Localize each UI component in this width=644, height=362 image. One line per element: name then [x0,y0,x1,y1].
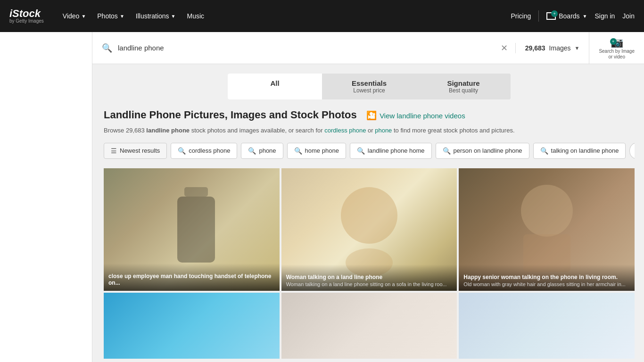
tab-signature[interactable]: Signature Best quality [416,74,511,99]
tab-signature-sub: Best quality [426,87,501,94]
search-by-image-icon-wrap: 📷 + [611,36,623,49]
filter-tag-phone[interactable]: 🔍 phone [241,143,283,159]
browse-or: or [366,127,375,134]
image-card-2[interactable]: Happy senior woman talking on the phone … [459,168,635,291]
nav-music-label: Music [187,12,205,20]
search-icon-tag3: 🔍 [357,147,365,155]
image-caption-1: Woman talking on a land line phone Woman… [281,264,457,291]
boards-button[interactable]: + Boards ▼ [546,12,587,20]
svg-rect-0 [177,197,215,263]
logo[interactable]: iStock by Getty Images [9,8,44,24]
page-title: Landline Phone Pictures, Images and Stoc… [104,109,357,121]
browse-text: Browse 29,683 landline phone stock photo… [104,126,635,135]
search-input-wrap: 🔍 ✕ [94,43,516,53]
filter-tag-newest-label: Newest results [120,147,160,154]
filter-tag-talking-label: talking on landline phone [551,147,619,154]
signin-link[interactable]: Sign in [595,12,615,20]
filter-tag-newest[interactable]: ☰ Newest results [104,143,167,159]
filter-tag-person-label: person on landline phone [454,147,522,154]
image-caption-main-2: Happy senior woman talking on the phone … [463,274,630,280]
nav-illustrations[interactable]: Illustrations ▼ [131,9,181,23]
image-count-type: Images [549,44,571,52]
filter-tag-phone-label: phone [259,147,276,154]
main-nav: Video ▼ Photos ▼ Illustrations ▼ Music [58,9,209,23]
image-count-wrap[interactable]: 29,683 Images ▼ [516,32,590,64]
bottom-row [104,293,635,359]
nav-photos-label: Photos [97,12,118,20]
header-left: iStock by Getty Images Video ▼ Photos ▼ … [9,8,209,24]
tabs-wrap: All Essentials Lowest price Signature Be… [104,74,635,99]
image-grid: close up employee man hand touching hand… [104,168,635,291]
video-link-label: View landline phone videos [380,112,465,120]
nav-video[interactable]: Video ▼ [58,9,91,23]
filter-tags-next-button[interactable]: › [629,143,635,159]
tab-essentials-label: Essentials [331,79,407,87]
logo-sub: by Getty Images [9,19,44,24]
tabs: All Essentials Lowest price Signature Be… [228,74,511,99]
filter-tags: ☰ Newest results 🔍 cordless phone 🔍 phon… [104,143,635,159]
nav-illustrations-label: Illustrations [136,12,169,20]
image-caption-2: Happy senior woman talking on the phone … [459,264,635,291]
filter-tag-person[interactable]: 🔍 person on landline phone [436,143,529,159]
filter-tag-home-phone-label: home phone [305,147,339,154]
page-title-wrap: Landline Phone Pictures, Images and Stoc… [104,109,635,121]
image-card-1[interactable]: Woman talking on a land line phone Woman… [281,168,457,291]
nav-music[interactable]: Music [182,9,209,23]
header-right: Pricing + Boards ▼ Sign in Join [511,10,635,22]
filter-tag-landline-home[interactable]: 🔍 landline phone home [350,143,432,159]
search-icon-tag5: 🔍 [540,147,548,155]
bottom-image-0[interactable] [104,293,280,359]
filter-tag-talking[interactable]: 🔍 talking on landline phone [533,143,626,159]
nav-video-label: Video [63,12,80,20]
filter-tag-home-phone[interactable]: 🔍 home phone [287,143,346,159]
images-dropdown-chevron: ▼ [575,45,580,51]
sidebar-panel [0,32,92,362]
search-bar: ☰ Refine 🔍 ✕ 29,683 Images ▼ 📷 + Search … [0,32,644,64]
svg-point-2 [341,187,397,244]
svg-rect-1 [184,187,208,197]
search-icon-tag2: 🔍 [294,147,302,155]
tab-all-label: All [237,79,313,87]
search-input[interactable] [118,44,501,52]
nav-photos[interactable]: Photos ▼ [92,9,129,23]
svg-point-4 [521,185,573,237]
boards-icon: + [546,12,556,20]
header-divider [538,10,539,22]
bottom-image-2[interactable] [459,293,635,359]
browse-text-middle: stock photos and images available, or se… [190,127,324,134]
tab-essentials-sub: Lowest price [331,87,407,94]
image-caption-0: close up employee man hand touching hand… [104,263,280,291]
tab-all[interactable]: All [228,74,322,99]
video-link[interactable]: 🎦 View landline phone videos [366,110,465,121]
search-icon: 🔍 [102,43,112,53]
logo-istock: iStock [9,8,44,19]
tab-signature-label: Signature [426,79,501,87]
boards-label: Boards [559,12,579,20]
search-icon-tag0: 🔍 [178,147,186,155]
bottom-image-1[interactable] [281,293,457,359]
image-caption-sub-1: Woman talking on a land line phone sitti… [286,281,453,287]
search-by-image-button[interactable]: 📷 + Search by Imageor video [589,36,644,60]
filter-tag-cordless[interactable]: 🔍 cordless phone [171,143,237,159]
nav-photos-chevron: ▼ [120,14,124,19]
browse-link-phone[interactable]: phone [375,127,392,134]
join-link[interactable]: Join [622,12,635,20]
image-card-0[interactable]: close up employee man hand touching hand… [104,168,280,291]
image-caption-sub-2: Old woman with gray white hair and glass… [463,281,630,287]
nav-illustrations-chevron: ▼ [171,14,176,19]
nav-video-chevron: ▼ [81,14,86,19]
browse-link-cordless[interactable]: cordless phone [324,127,366,134]
image-count-number: 29,683 [525,44,545,52]
search-icon-tag4: 🔍 [443,147,451,155]
search-icon-tag1: 🔍 [248,147,256,155]
search-by-image-label: Search by Imageor video [599,49,635,60]
search-by-image-badge: + [610,38,617,45]
boards-chevron: ▼ [583,14,587,19]
filter-tag-cordless-label: cordless phone [189,147,230,154]
image-caption-main-0: close up employee man hand touching hand… [108,273,275,286]
pricing-link[interactable]: Pricing [511,12,531,20]
image-caption-main-1: Woman talking on a land line phone [286,274,453,280]
header: iStock by Getty Images Video ▼ Photos ▼ … [0,0,644,32]
tab-essentials[interactable]: Essentials Lowest price [322,74,416,99]
clear-icon[interactable]: ✕ [501,43,508,53]
